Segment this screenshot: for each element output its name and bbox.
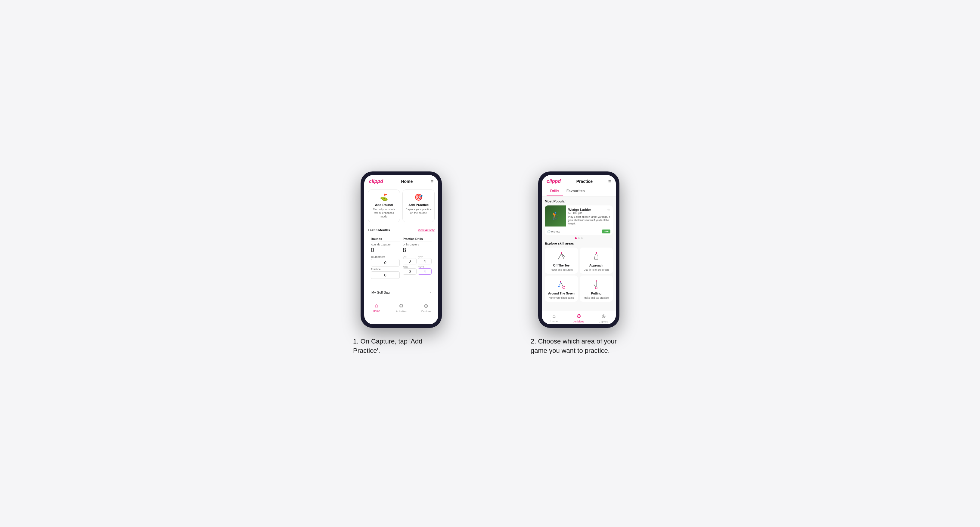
drill-range: 50–100 yds	[568, 211, 591, 214]
phone2-frame: clippd Practice ≡ Drills Favourites Most…	[538, 171, 619, 328]
practice-val: 0	[371, 271, 400, 279]
tabs-row: Drills Favourites	[542, 186, 616, 197]
putt-item: PUTT 4	[418, 266, 432, 275]
practice-content: Most Popular 🏌️ Wedge Ladder 50–100 yds	[542, 197, 616, 310]
putt-label: PUTT	[418, 266, 432, 268]
chevron-right-icon: ›	[430, 290, 431, 294]
arg-item: ARG 0	[403, 266, 417, 275]
svg-point-7	[560, 281, 562, 283]
activities-nav-label: Activities	[396, 310, 407, 313]
skill-putting[interactable]: Putting Make and lag practice	[580, 276, 613, 302]
drills-capture-label: Drills Capture	[403, 243, 432, 246]
clock-icon: 🕐	[547, 230, 550, 233]
dot-3	[581, 237, 583, 239]
ott-label: OTT	[403, 256, 417, 258]
phone1-screen: clippd Home ≡ ⛳ Add Round Record your sh…	[364, 175, 438, 324]
app-item: APP 4	[418, 256, 432, 264]
phone2-menu-icon[interactable]: ≡	[608, 179, 611, 184]
nav2-activities[interactable]: ♻ Activities	[566, 313, 591, 323]
drill-shots: 🕐 9 shots	[547, 230, 560, 233]
featured-drill-card[interactable]: 🏌️ Wedge Ladder 50–100 yds ☆ Play 1 sh	[545, 205, 613, 235]
practice-label: Practice	[371, 268, 400, 271]
arg-label: ARG	[403, 266, 417, 268]
svg-point-0	[561, 252, 562, 254]
star-icon[interactable]: ☆	[607, 208, 610, 212]
phone1-caption: 1. On Capture, tap 'Add Practice'.	[353, 337, 449, 356]
rounds-col-title: Rounds	[371, 237, 400, 242]
svg-line-2	[562, 254, 564, 259]
arg-val: 0	[403, 268, 417, 275]
action-cards-row: ⛳ Add Round Record your shots fast or en…	[364, 186, 438, 225]
drill-card-inner: 🏌️ Wedge Ladder 50–100 yds ☆ Play 1 sh	[545, 205, 613, 228]
stats-box: Rounds Rounds Capture 0 Tournament 0 Pra…	[368, 234, 434, 283]
rounds-capture-val: 0	[371, 247, 400, 254]
phone1-section: clippd Home ≡ ⛳ Add Round Record your sh…	[325, 171, 478, 356]
nav-home[interactable]: ⌂ Home	[364, 303, 389, 313]
off-the-tee-svg	[555, 251, 567, 262]
svg-line-1	[558, 254, 562, 260]
add-round-subtitle: Record your shots fast or enhanced mode	[371, 208, 397, 218]
off-the-tee-icon-area	[554, 251, 569, 263]
capture2-nav-icon: ⊕	[601, 313, 606, 319]
skill-approach[interactable]: Approach Dial-in to hit the green	[580, 248, 613, 274]
nav2-capture[interactable]: ⊕ Capture	[591, 313, 616, 323]
app-val: 4	[418, 258, 432, 264]
most-popular-label: Most Popular	[545, 199, 613, 203]
ott-val: 0	[403, 258, 417, 264]
add-round-title: Add Round	[375, 203, 393, 206]
skill-areas-label: Explore skill areas	[545, 241, 613, 245]
drills-col: Practice Drills Drills Capture 8 OTT 0	[403, 237, 432, 280]
phone1-menu-icon[interactable]: ≡	[431, 179, 433, 184]
phone2-header: clippd Practice ≡	[542, 175, 616, 186]
view-activity-link[interactable]: View Activity	[418, 229, 434, 232]
rounds-capture-label: Rounds Capture	[371, 243, 400, 246]
phone1-bottom-nav: ⌂ Home ♻ Activities ⊕ Capture	[364, 300, 438, 314]
stats-period-label: Last 3 Months	[368, 228, 390, 232]
golf-bag-label: My Golf Bag	[371, 290, 390, 294]
phone2-logo: clippd	[547, 179, 561, 184]
skill-around-the-green[interactable]: Around The Green Hone your short game	[545, 276, 578, 302]
drills-sub-grid: OTT 0 APP 4 ARG 0	[403, 256, 432, 275]
drill-footer: 🕐 9 shots APP	[545, 228, 613, 235]
putting-svg	[590, 279, 602, 290]
phone2-bottom-nav: ⌂ Home ♻ Activities ⊕ Capture	[542, 310, 616, 324]
phone1-header: clippd Home ≡	[364, 175, 438, 186]
golf-bag-row[interactable]: My Golf Bag ›	[368, 287, 434, 297]
putting-name: Putting	[591, 292, 601, 295]
home-nav-label: Home	[373, 310, 380, 313]
carousel-dots	[545, 237, 613, 239]
home-nav-icon: ⌂	[375, 303, 378, 309]
nav-activities[interactable]: ♻ Activities	[389, 303, 414, 313]
nav2-home[interactable]: ⌂ Home	[542, 313, 566, 323]
nav-capture[interactable]: ⊕ Capture	[414, 303, 438, 313]
skill-grid: Off The Tee Power and accuracy	[545, 248, 613, 302]
skill-off-the-tee[interactable]: Off The Tee Power and accuracy	[545, 248, 578, 274]
ott-item: OTT 0	[403, 256, 417, 264]
approach-icon-area	[589, 251, 604, 263]
off-the-tee-name: Off The Tee	[553, 264, 570, 267]
home2-nav-label: Home	[550, 320, 558, 323]
around-green-svg	[555, 279, 567, 290]
add-round-icon: ⛳	[380, 194, 388, 201]
drill-badge: APP	[602, 230, 610, 233]
capture2-nav-label: Capture	[599, 320, 608, 323]
app-label: APP	[418, 256, 432, 258]
tab-favourites[interactable]: Favourites	[563, 186, 589, 196]
activities2-nav-icon: ♻	[576, 313, 581, 319]
add-practice-card[interactable]: 🎯 Add Practice Capture your practice off…	[402, 189, 434, 222]
phone2-title: Practice	[576, 179, 593, 184]
around-green-name: Around The Green	[548, 292, 574, 295]
add-round-card[interactable]: ⛳ Add Round Record your shots fast or en…	[368, 189, 400, 222]
svg-point-9	[595, 287, 597, 289]
dot-2	[578, 237, 580, 239]
drills-capture-val: 8	[403, 247, 432, 254]
stats-cols: Rounds Rounds Capture 0 Tournament 0 Pra…	[371, 237, 432, 280]
phone2-screen: clippd Practice ≡ Drills Favourites Most…	[542, 175, 616, 324]
drill-title: Wedge Ladder	[568, 208, 591, 211]
approach-name: Approach	[589, 264, 603, 267]
tournament-val: 0	[371, 259, 400, 267]
stats-header: Last 3 Months View Activity	[368, 228, 434, 232]
tab-drills[interactable]: Drills	[547, 186, 563, 196]
phone1-frame: clippd Home ≡ ⛳ Add Round Record your sh…	[361, 171, 442, 328]
home2-nav-icon: ⌂	[553, 313, 556, 319]
